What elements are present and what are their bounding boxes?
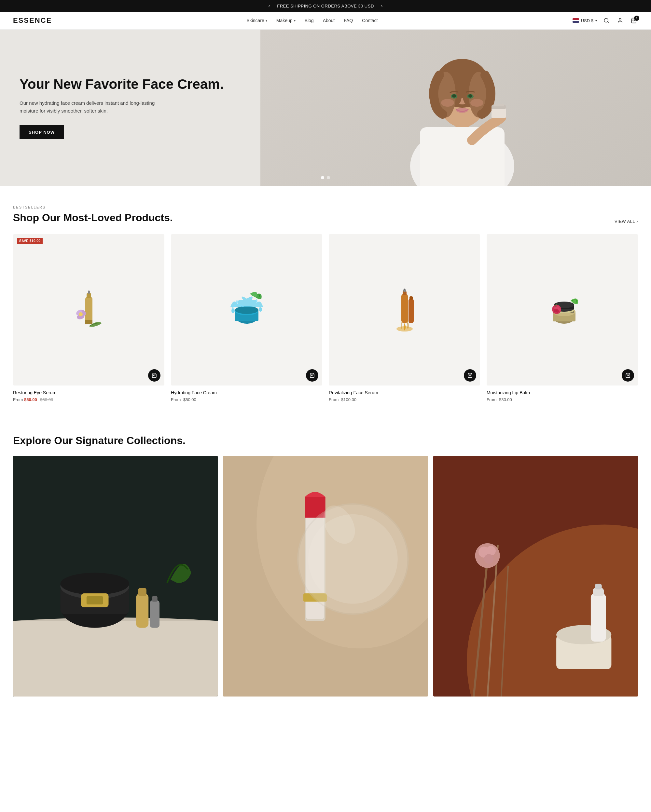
svg-point-35	[259, 307, 262, 312]
header-actions: USD $ ▾ 1	[573, 16, 638, 25]
lip-balm-image	[543, 287, 582, 333]
collections-section: Explore Our Signature Collections.	[0, 421, 651, 716]
nav-makeup[interactable]: Makeup ▾	[277, 18, 296, 23]
svg-rect-5	[420, 127, 504, 186]
header: ESSENCE Skincare ▾ Makeup ▾ Blog About F…	[0, 12, 651, 30]
hero-content: Your New Favorite Face Cream. Our new hy…	[0, 56, 243, 159]
svg-line-1	[607, 21, 608, 23]
user-icon	[617, 18, 623, 23]
svg-rect-22	[87, 293, 91, 298]
product-image-eye-serum: SAVE $10.00	[13, 234, 164, 386]
svg-rect-96	[595, 584, 602, 589]
svg-point-43	[396, 326, 413, 331]
collections-grid	[13, 456, 638, 696]
svg-point-67	[60, 573, 129, 595]
chevron-down-icon: ▾	[294, 19, 296, 23]
hero-dots	[321, 176, 330, 179]
cart-icon	[310, 373, 315, 378]
nav-faq[interactable]: FAQ	[344, 18, 353, 23]
hero-image-background	[260, 30, 651, 186]
svg-point-13	[452, 94, 456, 98]
hero-title: Your New Favorite Face Cream.	[20, 76, 224, 92]
svg-rect-21	[85, 297, 92, 323]
collection-card-1[interactable]	[13, 456, 218, 696]
product-name: Revitalizing Face Serum	[329, 390, 480, 395]
svg-rect-23	[88, 290, 90, 294]
section-label: BESTSELLERS	[13, 205, 638, 209]
cart-icon	[625, 373, 631, 378]
svg-point-60	[554, 309, 557, 312]
chevron-down-icon: ▾	[266, 19, 267, 23]
hero-illustration	[371, 30, 540, 186]
product-card-face-serum[interactable]: Revitalizing Face Serum From $100.00	[329, 234, 480, 402]
hero-dot-2[interactable]	[327, 176, 330, 179]
collection-2-image	[223, 456, 428, 696]
shop-now-button[interactable]: SHOP NOW	[20, 125, 64, 139]
svg-point-20	[470, 99, 483, 107]
hero-section: Your New Favorite Face Cream. Our new hy…	[0, 30, 651, 186]
add-to-cart-face-serum[interactable]	[464, 369, 476, 382]
svg-point-28	[79, 312, 83, 316]
collection-1-image	[13, 456, 218, 696]
svg-rect-16	[492, 108, 506, 118]
save-badge: SAVE $10.00	[17, 238, 43, 244]
nav-about[interactable]: About	[323, 18, 335, 23]
product-card-eye-serum[interactable]: SAVE $10.00	[13, 234, 164, 402]
product-card-face-cream[interactable]: Hydrating Face Cream From $50.00	[171, 234, 322, 402]
announcement-next-btn[interactable]: ›	[379, 3, 385, 9]
svg-rect-18	[494, 104, 504, 106]
product-price: From $50.00 $60.00	[13, 397, 164, 402]
svg-rect-42	[404, 288, 405, 290]
product-price: From $100.00	[329, 397, 480, 402]
view-all-link[interactable]: VIEW ALL ›	[614, 219, 638, 224]
chevron-right-icon: ›	[636, 219, 638, 224]
product-card-lip-balm[interactable]: Moisturizing Lip Balm From $30.00	[487, 234, 638, 402]
collections-title: Explore Our Signature Collections.	[13, 435, 638, 447]
nav-skincare[interactable]: Skincare ▾	[246, 18, 267, 23]
hero-dot-1[interactable]	[321, 176, 324, 179]
nav-contact[interactable]: Contact	[362, 18, 377, 23]
svg-point-90	[486, 546, 496, 556]
svg-rect-69	[87, 596, 103, 604]
eye-serum-image	[71, 287, 107, 333]
svg-rect-39	[401, 294, 408, 323]
svg-point-19	[441, 99, 454, 107]
svg-rect-71	[138, 588, 146, 596]
product-image-lip-balm	[487, 234, 638, 386]
svg-rect-72	[150, 600, 159, 628]
announcement-prev-btn[interactable]: ‹	[267, 3, 272, 9]
cart-button[interactable]: 1	[630, 16, 638, 25]
product-price: From $50.00	[171, 397, 322, 402]
collection-3-image	[433, 456, 638, 696]
svg-point-37	[255, 299, 257, 302]
product-image-face-cream	[171, 234, 322, 386]
chevron-down-icon: ▾	[595, 19, 597, 23]
svg-point-36	[236, 300, 238, 304]
svg-rect-44	[408, 299, 414, 323]
collection-card-3[interactable]	[433, 456, 638, 696]
add-to-cart-lip-balm[interactable]	[622, 369, 634, 382]
svg-rect-24	[85, 320, 92, 324]
svg-rect-45	[410, 296, 413, 300]
search-icon	[604, 18, 609, 23]
section-header: Shop Our Most-Loved Products. VIEW ALL ›	[13, 212, 638, 224]
svg-rect-73	[152, 596, 157, 602]
currency-selector[interactable]: USD $ ▾	[573, 18, 597, 23]
svg-point-34	[231, 308, 235, 313]
add-to-cart-eye-serum[interactable]	[148, 369, 160, 382]
cart-icon	[152, 373, 157, 378]
svg-point-33	[235, 306, 258, 314]
svg-point-14	[468, 94, 472, 98]
add-to-cart-face-cream[interactable]	[306, 369, 318, 382]
account-button[interactable]	[616, 16, 624, 25]
search-button[interactable]	[602, 16, 611, 25]
announcement-text: FREE SHIPPING ON ORDERS ABOVE 30 USD	[277, 4, 374, 8]
collection-card-2[interactable]	[223, 456, 428, 696]
logo[interactable]: ESSENCE	[13, 16, 52, 25]
products-row: SAVE $10.00	[13, 234, 638, 402]
nav-blog[interactable]: Blog	[305, 18, 314, 23]
svg-point-0	[604, 18, 608, 22]
svg-rect-70	[136, 594, 148, 628]
product-price: From $30.00	[487, 397, 638, 402]
hero-image	[260, 30, 651, 186]
